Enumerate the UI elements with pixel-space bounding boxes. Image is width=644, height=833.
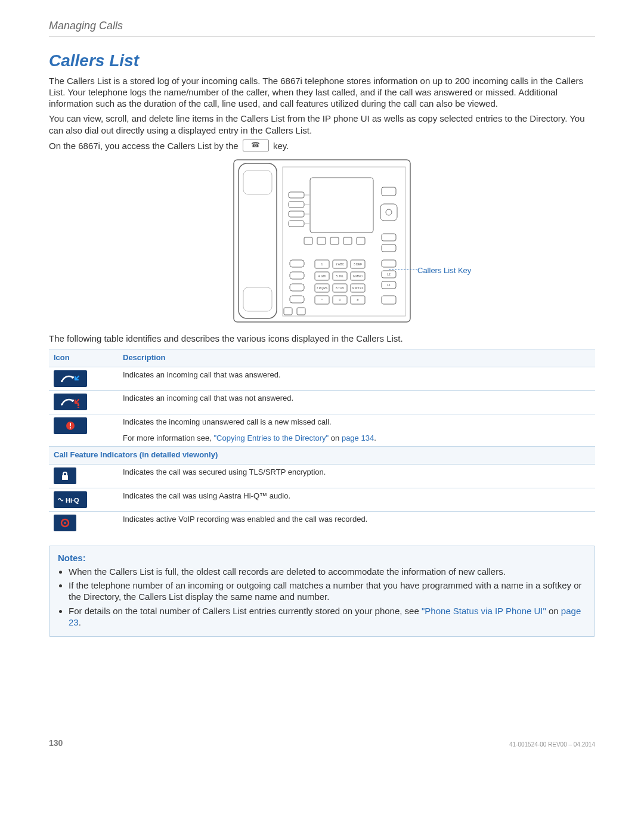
note-mid: on — [546, 606, 561, 616]
svg-text:9 WXYZ: 9 WXYZ — [352, 286, 364, 290]
svg-rect-24 — [290, 260, 304, 267]
intro-paragraph-1: The Callers List is a stored log of your… — [49, 75, 595, 110]
doc-revision: 41-001524-00 REV00 – 04.2014 — [509, 741, 595, 749]
svg-rect-52 — [382, 260, 396, 267]
header-rule — [49, 36, 595, 37]
svg-rect-58 — [284, 308, 292, 315]
svg-text:8 TUV: 8 TUV — [336, 286, 345, 290]
svg-rect-22 — [382, 234, 396, 241]
p3-pre: On the 6867i, you access the Callers Lis… — [49, 141, 239, 151]
svg-text:#: # — [357, 298, 359, 302]
svg-text:4 GHI: 4 GHI — [318, 274, 326, 278]
svg-rect-21 — [357, 237, 365, 244]
page: Managing Calls Callers List The Callers … — [0, 0, 644, 767]
row-desc-post: . — [374, 433, 376, 442]
svg-rect-19 — [330, 237, 339, 244]
phone-status-link[interactable]: "Phone Status via IP Phone UI" — [422, 606, 546, 616]
row-desc-line1: Indicates the incoming unanswered call i… — [123, 417, 590, 428]
row-desc: Indicates active VoIP recording was enab… — [118, 512, 595, 535]
list-item: For details on the total number of Calle… — [69, 605, 586, 628]
svg-rect-67 — [70, 423, 71, 426]
svg-rect-26 — [290, 284, 304, 291]
svg-point-72 — [64, 522, 66, 524]
callout-dash — [389, 270, 417, 270]
page-number: 130 — [49, 738, 63, 749]
notes-box: Notes: When the Callers List is full, th… — [49, 546, 595, 637]
svg-rect-8 — [289, 211, 304, 217]
row-desc: Indicates the incoming unanswered call i… — [118, 414, 595, 447]
svg-rect-17 — [304, 237, 312, 244]
row-desc: Indicates the call was secured using TLS… — [118, 464, 595, 488]
icons-table: Icon Description Indicates an inco — [49, 349, 595, 535]
page-134-link[interactable]: page 134 — [342, 433, 374, 442]
svg-rect-14 — [382, 187, 396, 196]
svg-rect-7 — [289, 202, 304, 208]
table-row: Hi·Q Indicates the call was using Aastra… — [49, 488, 595, 512]
row-desc: Indicates an incoming call that was answ… — [118, 367, 595, 391]
hiq-audio-icon: Hi·Q — [54, 491, 87, 508]
list-item: When the Callers List is full, the oldes… — [69, 566, 586, 577]
p3-post: key. — [273, 141, 289, 151]
new-missed-icon — [54, 417, 87, 434]
svg-rect-57 — [382, 296, 396, 304]
svg-text:1: 1 — [321, 262, 323, 266]
svg-rect-59 — [297, 308, 305, 315]
intro-paragraph-2: You can view, scroll, and delete line it… — [49, 113, 595, 135]
row-desc: Indicates an incoming call that was not … — [118, 391, 595, 414]
section-title: Callers List — [49, 50, 595, 72]
svg-rect-9 — [289, 221, 304, 227]
phone-illustration: 1 2 ABC 3 DEF 4 GHI 5 JKL 6 MNO 7 PQRS 8… — [49, 157, 595, 324]
svg-text:L2: L2 — [387, 272, 391, 276]
section-label: Call Feature Indicators (in detailed vie… — [49, 447, 595, 465]
row-desc-mid: on — [329, 433, 342, 442]
intro-paragraph-3: On the 6867i, you access the Callers Lis… — [49, 140, 595, 151]
note-post: . — [79, 617, 81, 627]
svg-text:2 ABC: 2 ABC — [336, 262, 345, 266]
th-desc: Description — [118, 349, 595, 367]
table-intro: The following table identifies and descr… — [49, 333, 595, 344]
svg-rect-69 — [62, 475, 68, 480]
svg-rect-65 — [78, 407, 79, 408]
row-desc-pre: For more information see, — [123, 433, 213, 442]
table-row: Indicates the incoming unanswered call i… — [49, 414, 595, 447]
incoming-missed-icon — [54, 394, 87, 410]
phone-svg: 1 2 ABC 3 DEF 4 GHI 5 JKL 6 MNO 7 PQRS 8… — [233, 157, 411, 324]
record-icon — [54, 515, 76, 531]
notes-list: When the Callers List is full, the oldes… — [58, 566, 586, 628]
svg-rect-1 — [239, 163, 277, 318]
list-item: If the telephone number of an incoming o… — [69, 580, 586, 602]
table-row: Indicates an incoming call that was answ… — [49, 367, 595, 391]
page-footer: 130 41-001524-00 REV00 – 04.2014 — [49, 738, 595, 749]
th-icon: Icon — [49, 349, 118, 367]
svg-rect-20 — [343, 237, 352, 244]
notes-title: Notes: — [58, 552, 586, 563]
table-section-header: Call Feature Indicators (in detailed vie… — [49, 447, 595, 465]
note-pre: For details on the total number of Calle… — [69, 606, 422, 616]
callers-list-key-icon — [243, 140, 269, 151]
svg-rect-25 — [290, 272, 304, 279]
table-row: Indicates active VoIP recording was enab… — [49, 512, 595, 535]
running-header: Managing Calls — [49, 19, 595, 33]
table-row: Indicates the call was secured using TLS… — [49, 464, 595, 488]
svg-point-16 — [386, 209, 392, 215]
svg-rect-64 — [78, 404, 79, 406]
svg-text:L1: L1 — [387, 283, 391, 287]
svg-text:7 PQRS: 7 PQRS — [317, 286, 328, 290]
table-row: Indicates an incoming call that was not … — [49, 391, 595, 414]
svg-text:0: 0 — [339, 298, 341, 302]
callers-list-key-callout: Callers List Key — [417, 266, 471, 276]
svg-rect-18 — [317, 237, 326, 244]
svg-rect-27 — [290, 296, 304, 303]
incoming-answered-icon — [54, 370, 87, 387]
svg-text:*: * — [321, 298, 323, 302]
svg-text:Hi·Q: Hi·Q — [66, 497, 79, 504]
lock-icon — [54, 467, 76, 484]
row-desc: Indicates the call was using Aastra Hi-Q… — [118, 488, 595, 512]
svg-text:6 MNO: 6 MNO — [353, 274, 363, 278]
svg-rect-68 — [70, 428, 71, 429]
svg-text:5 JKL: 5 JKL — [336, 274, 344, 278]
svg-rect-6 — [289, 192, 304, 198]
copy-entries-link[interactable]: "Copying Entries to the Directory" — [213, 433, 329, 442]
svg-text:3 DEF: 3 DEF — [354, 262, 362, 266]
svg-rect-23 — [382, 244, 396, 252]
